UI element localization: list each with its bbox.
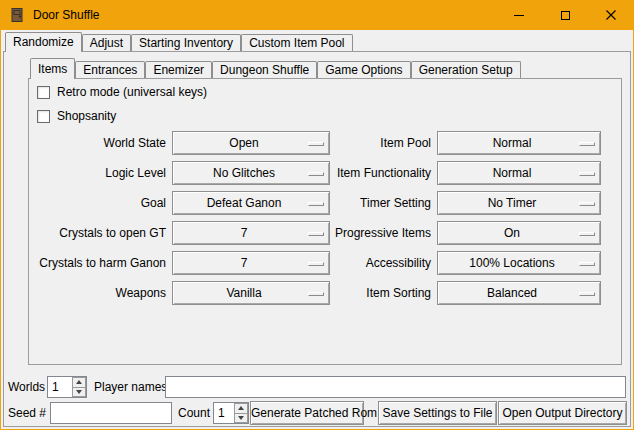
arrow-down-icon [238,416,244,420]
weapons-value: Vanilla [226,282,275,304]
tab-game-options[interactable]: Game Options [317,61,410,78]
player-names-label: Player names [94,375,167,399]
dropdown-indicator-icon [579,292,595,296]
save-settings-button[interactable]: Save Settings to File [378,401,497,425]
app-icon[interactable] [9,7,25,23]
worlds-spinner[interactable] [47,376,87,398]
minimize-button[interactable] [496,0,542,30]
accessibility-value: 100% Locations [469,252,568,274]
accessibility-label: Accessibility [301,251,431,275]
shopsanity-checkbox-box[interactable] [37,110,50,123]
tab-randomize[interactable]: Randomize [5,32,82,52]
tab-generation-setup[interactable]: Generation Setup [411,61,521,78]
arrow-up-icon [238,406,244,410]
player-names-input[interactable] [165,376,626,398]
spin-up-button[interactable] [72,377,86,388]
outer-tab-bar: Randomize Adjust Starting Inventory Cust… [5,32,353,52]
item-functionality-value: Normal [493,162,546,184]
dropdown-indicator-icon [579,262,595,266]
world-state-label: World State [36,131,166,155]
timer-setting-label: Timer Setting [301,191,431,215]
retro-mode-checkbox-box[interactable] [37,86,50,99]
spin-down-button[interactable] [234,414,248,424]
item-sorting-label: Item Sorting [301,281,431,305]
client-area: Randomize Adjust Starting Inventory Cust… [1,30,633,429]
item-pool-label: Item Pool [301,131,431,155]
arrow-up-icon [76,380,82,384]
close-icon [606,10,616,20]
spin-up-button[interactable] [234,403,248,414]
world-state-value: Open [229,132,272,154]
dropdown-indicator-icon [579,202,595,206]
progressive-items-label: Progressive Items [301,221,431,245]
shopsanity-label: Shopsanity [57,109,116,123]
tab-entrances[interactable]: Entrances [75,61,145,78]
progressive-items-dropdown[interactable]: On [437,221,601,245]
close-button[interactable] [588,0,634,30]
worlds-spin-buttons [72,377,86,397]
item-pool-dropdown[interactable]: Normal [437,131,601,155]
maximize-icon [561,11,570,20]
tab-starting-inventory[interactable]: Starting Inventory [131,34,241,51]
dropdown-indicator-icon [579,172,595,176]
tab-enemizer[interactable]: Enemizer [145,61,212,78]
spin-down-button[interactable] [72,388,86,398]
tab-adjust[interactable]: Adjust [82,34,131,51]
item-functionality-label: Item Functionality [301,161,431,185]
crystals-open-gt-value: 7 [241,222,262,244]
weapons-label: Weapons [36,281,166,305]
count-label: Count [178,401,210,425]
seed-input[interactable] [50,402,172,424]
window-title: Door Shuffle [33,0,100,30]
dropdown-indicator-icon [579,232,595,236]
minimize-icon [514,15,524,16]
worlds-label: Worlds [8,375,45,399]
count-spin-buttons [234,403,248,423]
item-pool-value: Normal [493,132,546,154]
item-sorting-value: Balanced [487,282,551,304]
seed-label: Seed # [8,401,46,425]
open-output-directory-button[interactable]: Open Output Directory [498,401,627,425]
goal-label: Goal [36,191,166,215]
timer-setting-dropdown[interactable]: No Timer [437,191,601,215]
app-window: Door Shuffle Randomize Adjust Starting I… [0,0,634,430]
crystals-harm-ganon-label: Crystals to harm Ganon [36,251,166,275]
inner-tab-bar: Items Entrances Enemizer Dungeon Shuffle… [30,57,521,79]
tab-custom-item-pool[interactable]: Custom Item Pool [241,34,352,51]
maximize-button[interactable] [542,0,588,30]
count-spinner[interactable] [213,402,249,424]
item-sorting-dropdown[interactable]: Balanced [437,281,601,305]
tab-items[interactable]: Items [30,58,75,79]
logic-level-value: No Glitches [213,162,289,184]
arrow-down-icon [76,390,82,394]
logic-level-label: Logic Level [36,161,166,185]
title-bar[interactable]: Door Shuffle [0,0,634,30]
generate-patched-rom-button[interactable]: Generate Patched Rom [250,401,364,425]
progressive-items-value: On [504,222,534,244]
crystals-open-gt-label: Crystals to open GT [36,221,166,245]
dropdown-indicator-icon [579,142,595,146]
shopsanity-checkbox[interactable]: Shopsanity [37,109,116,123]
window-controls [496,0,634,30]
item-functionality-dropdown[interactable]: Normal [437,161,601,185]
timer-setting-value: No Timer [488,192,551,214]
retro-mode-checkbox[interactable]: Retro mode (universal keys) [37,85,207,99]
tab-dungeon-shuffle[interactable]: Dungeon Shuffle [212,61,317,78]
goal-value: Defeat Ganon [207,192,296,214]
accessibility-dropdown[interactable]: 100% Locations [437,251,601,275]
crystals-harm-ganon-value: 7 [241,252,262,274]
retro-mode-label: Retro mode (universal keys) [57,85,207,99]
